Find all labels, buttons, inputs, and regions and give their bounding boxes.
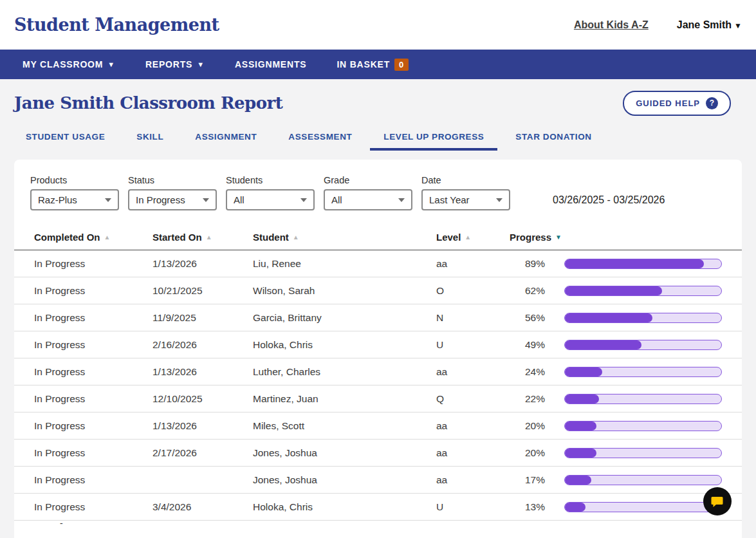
sort-asc-icon: ▲ [465,234,471,241]
table-row[interactable]: In Progress 1/13/2026 Liu, Renee aa 89% [14,250,742,277]
tab-assessment[interactable]: ASSESSMENT [275,132,365,151]
sort-desc-icon: ▼ [555,234,562,241]
table-body: In Progress 1/13/2026 Liu, Renee aa 89% … [14,250,742,521]
table-row[interactable]: In Progress 2/16/2026 Holoka, Chris U 49… [14,331,742,358]
progress-cell: 62% [510,285,722,297]
col-started-on[interactable]: Started On ▲ [152,232,253,243]
tab-student-usage[interactable]: STUDENT USAGE [12,132,118,151]
nav-label: MY CLASSROOM [23,59,103,70]
filter-label: Status [128,175,217,185]
table-row[interactable]: In Progress 1/13/2026 Luther, Charles aa… [14,358,742,385]
level-cell: aa [436,447,510,459]
progress-percent: 20% [510,420,545,432]
filter-label: Products [30,175,119,185]
page-title: Jane Smith Classroom Report [14,93,623,113]
started-on-cell: 11/9/2025 [152,312,253,324]
progress-cell: 17% [510,474,722,486]
report-header: Jane Smith Classroom Report GUIDED HELP … [14,91,731,115]
progress-bar-track [564,259,722,269]
about-kids-az-link[interactable]: About Kids A-Z [574,19,649,31]
col-student[interactable]: Student ▲ [253,232,436,243]
tab-assignment[interactable]: ASSIGNMENT [181,132,270,151]
progress-percent: 24% [510,366,545,378]
nav-label: ASSIGNMENTS [235,59,306,70]
filter-grade: Grade All [324,175,412,210]
col-level[interactable]: Level ▲ [436,232,510,243]
dropdown-arrow-icon [398,198,405,202]
progress-bar-track [564,502,722,512]
tab-skill[interactable]: SKILL [123,132,177,151]
student-cell: Wilson, Sarah [253,285,436,297]
sort-asc-icon: ▲ [206,234,212,241]
completed-on-cell: In Progress [34,258,152,270]
dropdown-arrow-icon [496,198,502,202]
products-select[interactable]: Raz-Plus [30,189,119,210]
progress-bar-fill [565,259,704,268]
speech-bubble-icon [710,494,725,509]
table-row[interactable]: In Progress 12/10/2025 Martinez, Juan Q … [14,385,742,413]
filter-label: Grade [324,175,412,185]
main-nav: MY CLASSROOM ▼ REPORTS ▼ ASSIGNMENTS IN … [0,50,756,79]
nav-item-in-basket[interactable]: IN BASKET 0 [337,59,409,71]
table-row[interactable]: In Progress- 3/4/2026 Holoka, Chris U 13… [14,494,742,521]
started-on-cell: 1/13/2026 [152,420,253,432]
sort-asc-icon: ▲ [104,234,111,241]
student-cell: Luther, Charles [253,366,436,378]
col-label: Completed On [34,232,100,243]
progress-bar-fill [565,367,602,376]
progress-percent: 89% [510,258,545,270]
date-range-text: 03/26/2025 - 03/25/2026 [553,194,665,206]
progress-bar-track [564,313,722,323]
level-cell: N [436,312,510,324]
dropdown-arrow-icon [300,198,307,202]
nav-label: REPORTS [145,59,192,70]
progress-bar-fill [565,286,662,295]
table-row[interactable]: In Progress 10/21/2025 Wilson, Sarah O 6… [14,277,742,304]
filter-label: Date [421,175,510,185]
level-cell: aa [436,474,510,486]
nav-item-my-classroom[interactable]: MY CLASSROOM ▼ [23,59,115,70]
progress-bar-track [564,394,722,404]
report-tabs: STUDENT USAGE SKILL ASSIGNMENT ASSESSMEN… [0,115,756,151]
app-title: Student Management [14,15,219,35]
date-select[interactable]: Last Year [421,189,510,210]
completed-on-cell: In Progress [34,420,152,432]
table-row[interactable]: In Progress Jones, Joshua aa 17% [14,467,742,494]
progress-bar-track [564,367,722,377]
chevron-down-icon: ▼ [107,60,115,68]
col-completed-on[interactable]: Completed On ▲ [34,232,152,243]
filter-status: Status In Progress [128,175,217,210]
table-row[interactable]: In Progress 11/9/2025 Garcia, Brittany N… [14,304,742,331]
chat-launcher-button[interactable] [703,487,732,515]
progress-percent: 56% [510,312,545,324]
question-mark-icon: ? [706,97,718,109]
status-select[interactable]: In Progress [128,189,217,210]
user-menu[interactable]: Jane Smith▼ [677,19,742,31]
guided-help-label: GUIDED HELP [636,98,700,108]
tab-star-donation[interactable]: STAR DONATION [502,132,605,151]
student-cell: Martinez, Juan [253,393,436,405]
nav-item-reports[interactable]: REPORTS ▼ [145,59,205,70]
progress-percent: 13% [510,501,545,513]
table-row[interactable]: In Progress 2/17/2026 Jones, Joshua aa 2… [14,440,742,467]
student-cell: Holoka, Chris [253,501,436,513]
level-cell: aa [436,420,510,432]
completed-on-cell: In Progress [34,393,152,405]
header-right: About Kids A-Z Jane Smith▼ [574,19,742,31]
select-value: All [331,194,398,205]
table-row[interactable]: In Progress 1/13/2026 Miles, Scott aa 20… [14,413,742,440]
tab-level-up-progress[interactable]: LEVEL UP PROGRESS [370,132,497,151]
grade-select[interactable]: All [324,189,412,210]
col-label: Started On [152,232,202,243]
students-select[interactable]: All [226,189,315,210]
progress-cell: 24% [510,366,722,378]
select-value: In Progress [136,194,203,205]
level-cell: aa [436,366,510,378]
guided-help-button[interactable]: GUIDED HELP ? [623,91,731,116]
progress-bar-fill [565,394,599,404]
chevron-down-icon: ▼ [197,60,205,68]
nav-item-assignments[interactable]: ASSIGNMENTS [235,59,306,70]
started-on-cell: 2/17/2026 [152,447,253,459]
report-card: Products Raz-Plus Status In Progress Stu… [14,160,742,538]
col-progress[interactable]: Progress ▼ [510,232,722,243]
